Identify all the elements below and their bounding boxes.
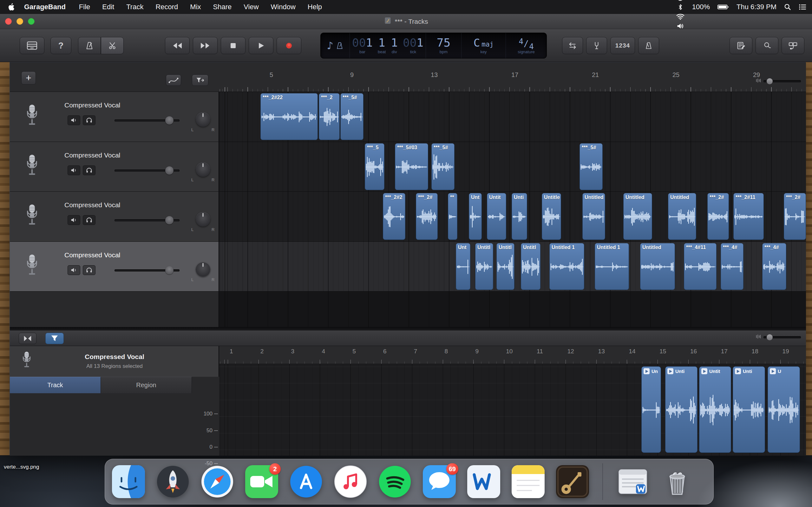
tuner-button[interactable] [586, 37, 607, 54]
zoom-groove[interactable] [763, 336, 801, 338]
dock-trash[interactable] [661, 465, 694, 498]
menu-mix[interactable]: Mix [190, 3, 201, 11]
solo-button[interactable] [83, 165, 96, 175]
app-menu-garageband[interactable]: GarageBand [24, 3, 66, 11]
timeline-zoom-slider[interactable] [756, 78, 801, 84]
dock-safari[interactable] [201, 465, 234, 498]
solo-button[interactable] [83, 265, 96, 275]
menu-view[interactable]: View [244, 3, 258, 11]
audio-region[interactable]: ***_4#11 [684, 243, 716, 290]
audio-region[interactable]: Untitl [475, 243, 493, 290]
dock-word[interactable] [467, 465, 500, 498]
fast-forward-button[interactable] [193, 37, 217, 54]
audio-region[interactable]: ***_5# [432, 143, 455, 190]
editor-audio-region[interactable]: Unti [733, 366, 765, 453]
audio-region[interactable]: ***_5# [579, 143, 603, 190]
notepad-button[interactable] [729, 37, 752, 54]
audio-region[interactable]: Untit [487, 193, 506, 240]
volume-knob[interactable] [165, 266, 173, 274]
audio-region[interactable]: Unt [456, 243, 470, 290]
volume-slider[interactable] [114, 217, 180, 223]
audio-region[interactable]: ***_5 [365, 143, 385, 190]
zoom-knob[interactable] [767, 78, 773, 84]
audio-region[interactable]: Untitled [582, 193, 605, 240]
bluetooth-icon[interactable] [676, 2, 684, 12]
window-split-divider[interactable] [10, 327, 806, 331]
track-header[interactable]: Compressed VocalLR [10, 92, 219, 142]
dock-garageband[interactable] [556, 465, 589, 498]
audio-region[interactable]: Untitl [496, 243, 514, 290]
track-header[interactable]: Compressed VocalLR [10, 142, 219, 192]
automation-button[interactable] [166, 74, 181, 86]
editor-lane[interactable]: UnUntiUntitUntiU [219, 364, 806, 456]
region-play-icon[interactable] [667, 368, 673, 374]
audio-region[interactable]: ***_2# [784, 193, 806, 240]
editor-audio-region[interactable]: U [768, 366, 800, 453]
track-header[interactable]: Compressed VocalLR [10, 192, 219, 242]
wifi-icon[interactable] [676, 12, 684, 21]
mute-button[interactable] [67, 115, 80, 125]
cycle-button[interactable] [562, 37, 583, 54]
dock-itunes[interactable] [334, 465, 367, 498]
dock-minimized-window[interactable] [616, 465, 649, 498]
master-metronome-button[interactable] [638, 37, 659, 54]
rewind-button[interactable] [165, 37, 190, 54]
audio-region[interactable]: Untitled 1 [595, 243, 629, 290]
time-machine-icon[interactable] [676, 0, 684, 2]
lcd-mode-icons[interactable]: ♪ [321, 33, 350, 58]
audio-region[interactable]: Untitled [640, 243, 675, 290]
audio-region[interactable]: ** [448, 193, 457, 240]
pan-knob[interactable] [196, 262, 210, 277]
volume-icon[interactable] [676, 21, 684, 31]
track-lane[interactable]: ***_5***_5#03***_5#***_5# [219, 142, 806, 192]
editor-audio-region[interactable]: Untit [699, 366, 731, 453]
volume-knob[interactable] [165, 166, 173, 175]
timeline-ruler[interactable]: 591317212529 [219, 62, 755, 92]
lcd-key[interactable]: Cmaj key [461, 33, 506, 58]
audio-region[interactable]: Untitled [668, 193, 696, 240]
volume-slider[interactable] [114, 267, 180, 274]
dock-notes[interactable] [512, 465, 545, 498]
track-filter-button[interactable] [192, 74, 208, 86]
menu-track[interactable]: Track [126, 3, 143, 11]
zoom-groove[interactable] [763, 80, 801, 82]
audio-region[interactable]: ***_2#2 [383, 193, 405, 240]
solo-button[interactable] [83, 115, 96, 125]
stop-button[interactable] [221, 37, 246, 54]
editor-ruler[interactable]: 12345678910111213141516171819 [219, 346, 806, 364]
audio-region[interactable]: ***_2# [707, 193, 729, 240]
menu-share[interactable]: Share [213, 3, 232, 11]
dock-facetime[interactable]: 2 [245, 465, 278, 498]
metronome-button[interactable] [78, 37, 101, 54]
audio-region[interactable]: ***_4# [762, 243, 786, 290]
tab-track[interactable]: Track [10, 377, 101, 393]
add-track-button[interactable]: + [21, 71, 36, 84]
flex-time-button[interactable] [19, 333, 37, 344]
audio-region[interactable]: ***_2#22 [260, 93, 318, 140]
notification-list-icon[interactable] [799, 2, 806, 12]
menu-edit[interactable]: Edit [102, 3, 114, 11]
volume-slider[interactable] [114, 117, 180, 124]
play-button[interactable] [249, 37, 273, 54]
mute-button[interactable] [67, 165, 80, 175]
zoom-button[interactable] [28, 18, 35, 25]
editor-zoom-slider[interactable] [756, 334, 801, 340]
volume-slider[interactable] [114, 167, 180, 174]
tab-region[interactable]: Region [101, 377, 192, 393]
dock-messages[interactable]: 69 [423, 465, 456, 498]
menu-help[interactable]: Help [308, 3, 322, 11]
pan-knob[interactable] [196, 212, 210, 227]
audio-region[interactable]: Untitled 1 [549, 243, 584, 290]
pan-knob[interactable] [196, 112, 210, 127]
audio-region[interactable]: Untitled [623, 193, 652, 240]
mute-button[interactable] [67, 215, 80, 225]
menu-file[interactable]: File [79, 3, 90, 11]
dock-spotify[interactable] [378, 465, 411, 498]
mute-button[interactable] [67, 265, 80, 275]
track-lane[interactable]: ***_2#22***_2***_5# [219, 92, 806, 142]
solo-button[interactable] [83, 215, 96, 225]
audio-region[interactable]: ***_2# [416, 193, 438, 240]
track-header[interactable]: Compressed VocalLR [10, 242, 219, 292]
lcd-time-signature[interactable]: 4/4 signature [506, 33, 547, 58]
region-play-icon[interactable] [735, 368, 741, 374]
